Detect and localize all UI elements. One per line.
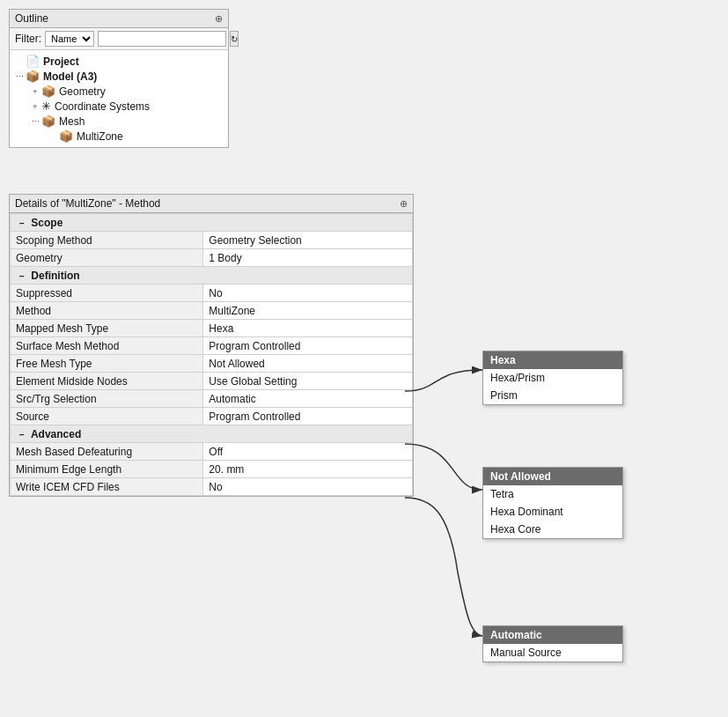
src-trg-val[interactable]: Automatic <box>203 390 413 408</box>
suppressed-row[interactable]: Suppressed No <box>11 285 413 302</box>
suppressed-key: Suppressed <box>11 285 203 302</box>
filter-label: Filter: <box>15 33 41 45</box>
filter-bar: Filter: Name Type ↻ <box>10 28 228 50</box>
method-row[interactable]: Method MultiZone <box>11 302 413 320</box>
multizone-label: MultiZone <box>77 130 123 143</box>
outline-pin-icon[interactable]: ⊕ <box>215 13 223 25</box>
arrow-notallowed <box>405 444 482 490</box>
scope-section-row: − Scope <box>11 214 413 232</box>
outline-panel: Outline ⊕ Filter: Name Type ↻ 📄 Project … <box>9 9 229 148</box>
free-mesh-type-row[interactable]: Free Mesh Type Not Allowed <box>11 355 413 373</box>
mesh-cube-icon: 📦 <box>41 115 55 128</box>
tree-item-project[interactable]: 📄 Project <box>10 54 228 69</box>
write-icem-key: Write ICEM CFD Files <box>11 478 203 496</box>
geometry-expand[interactable]: + <box>29 87 41 96</box>
details-title: Details of "MultiZone" - Method <box>15 197 160 210</box>
tree-item-multizone[interactable]: 📦 MultiZone <box>10 129 228 144</box>
auto-option-automatic[interactable]: Automatic <box>483 626 622 644</box>
na-option-tetra[interactable]: Tetra <box>483 485 622 503</box>
tree-item-mesh[interactable]: ⋯ 📦 Mesh <box>10 114 228 129</box>
na-option-hexadominant[interactable]: Hexa Dominant <box>483 503 622 521</box>
outline-title-bar: Outline ⊕ <box>10 10 228 28</box>
surface-mesh-method-key: Surface Mesh Method <box>11 337 203 355</box>
min-edge-key: Minimum Edge Length <box>11 461 203 478</box>
tree-item-geometry[interactable]: + 📦 Geometry <box>10 84 228 99</box>
surface-mesh-method-val[interactable]: Program Controlled <box>203 337 413 355</box>
tree-item-model[interactable]: ⋯ 📦 Model (A3) <box>10 69 228 84</box>
filter-input[interactable] <box>98 31 226 47</box>
suppressed-val[interactable]: No <box>203 285 413 302</box>
free-mesh-type-val[interactable]: Not Allowed <box>203 355 413 373</box>
method-key: Method <box>11 302 203 320</box>
details-table: − Scope Scoping Method Geometry Selectio… <box>10 213 413 496</box>
mapped-mesh-type-val[interactable]: Hexa <box>203 320 413 337</box>
geometry-cube-icon: 📦 <box>41 85 55 98</box>
advanced-header-cell: − Advanced <box>11 425 413 443</box>
filter-select[interactable]: Name Type <box>45 31 94 47</box>
mapped-mesh-type-row[interactable]: Mapped Mesh Type Hexa <box>11 320 413 337</box>
coord-expand[interactable]: + <box>29 102 41 111</box>
automatic-dropdown: Automatic Manual Source <box>482 625 623 662</box>
coord-icon: ✳ <box>41 100 51 113</box>
multizone-cube-icon: 📦 <box>59 129 73 143</box>
method-val[interactable]: MultiZone <box>203 302 413 320</box>
geometry-value[interactable]: 1 Body <box>203 249 413 267</box>
filter-refresh-button[interactable]: ↻ <box>230 31 239 47</box>
model-expand[interactable]: ⋯ <box>13 72 26 81</box>
write-icem-row[interactable]: Write ICEM CFD Files No <box>11 478 413 496</box>
arrow-hexa <box>405 370 482 391</box>
element-midside-row[interactable]: Element Midside Nodes Use Global Setting <box>11 373 413 390</box>
source-row[interactable]: Source Program Controlled <box>11 408 413 425</box>
geometry-row[interactable]: Geometry 1 Body <box>11 249 413 267</box>
element-midside-val[interactable]: Use Global Setting <box>203 373 413 390</box>
auto-option-manualsource[interactable]: Manual Source <box>483 644 622 662</box>
definition-label: Definition <box>31 270 79 282</box>
model-cube-icon: 📦 <box>26 70 40 83</box>
project-label: Project <box>43 55 79 68</box>
model-label: Model (A3) <box>43 70 97 83</box>
mesh-label: Mesh <box>59 115 85 128</box>
mesh-defeat-val[interactable]: Off <box>203 443 413 461</box>
na-option-notallowed[interactable]: Not Allowed <box>483 468 622 485</box>
mapped-mesh-type-key: Mapped Mesh Type <box>11 320 203 337</box>
project-page-icon: 📄 <box>26 55 40 68</box>
tree-item-coord[interactable]: + ✳ Coordinate Systems <box>10 99 228 114</box>
scope-label: Scope <box>31 217 63 229</box>
advanced-label: Advanced <box>31 428 81 440</box>
mesh-expand[interactable]: ⋯ <box>29 117 41 126</box>
not-allowed-dropdown: Not Allowed Tetra Hexa Dominant Hexa Cor… <box>482 467 623 539</box>
free-mesh-type-key: Free Mesh Type <box>11 355 203 373</box>
coord-label: Coordinate Systems <box>55 100 150 113</box>
advanced-toggle[interactable]: − <box>16 430 28 440</box>
details-title-bar: Details of "MultiZone" - Method ⊕ <box>10 195 413 213</box>
hexa-option-hexaprism[interactable]: Hexa/Prism <box>483 369 622 387</box>
refresh-icon: ↻ <box>231 34 238 44</box>
outline-title: Outline <box>15 12 48 25</box>
hexa-option-prism[interactable]: Prism <box>483 387 622 404</box>
definition-toggle[interactable]: − <box>16 271 28 281</box>
write-icem-val[interactable]: No <box>203 478 413 496</box>
scoping-method-val[interactable]: Geometry Selection <box>203 232 413 249</box>
geometry-label: Geometry <box>59 85 106 98</box>
hexa-dropdown: Hexa Hexa/Prism Prism <box>482 351 623 405</box>
scoping-method-row[interactable]: Scoping Method Geometry Selection <box>11 232 413 249</box>
source-val[interactable]: Program Controlled <box>203 408 413 425</box>
hexa-option-hexa[interactable]: Hexa <box>483 351 622 369</box>
min-edge-row[interactable]: Minimum Edge Length 20. mm <box>11 461 413 478</box>
mesh-defeat-row[interactable]: Mesh Based Defeaturing Off <box>11 443 413 461</box>
min-edge-val[interactable]: 20. mm <box>203 461 413 478</box>
definition-header-cell: − Definition <box>11 267 413 285</box>
tree-area: 📄 Project ⋯ 📦 Model (A3) + 📦 Geometry + … <box>10 50 228 147</box>
scope-toggle[interactable]: − <box>16 218 28 228</box>
element-midside-key: Element Midside Nodes <box>11 373 203 390</box>
scope-header-cell: − Scope <box>11 214 413 232</box>
surface-mesh-method-row[interactable]: Surface Mesh Method Program Controlled <box>11 337 413 355</box>
details-pin-icon[interactable]: ⊕ <box>400 198 408 210</box>
source-key: Source <box>11 408 203 425</box>
definition-section-row: − Definition <box>11 267 413 285</box>
advanced-section-row: − Advanced <box>11 425 413 443</box>
src-trg-row[interactable]: Src/Trg Selection Automatic <box>11 390 413 408</box>
scoping-method-key: Scoping Method <box>11 232 203 249</box>
na-option-hexacore[interactable]: Hexa Core <box>483 521 622 538</box>
src-trg-key: Src/Trg Selection <box>11 390 203 408</box>
